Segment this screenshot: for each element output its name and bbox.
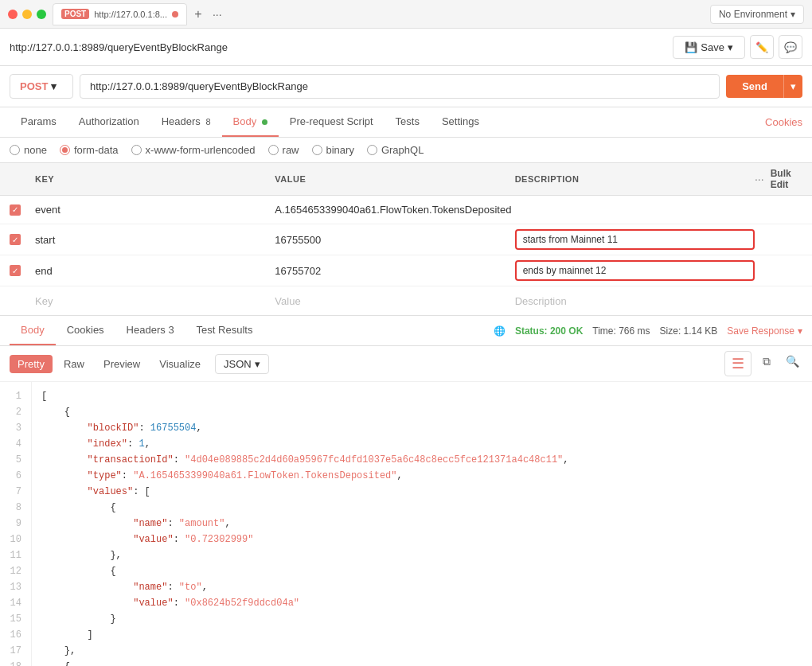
radio-form-data[interactable]: form-data xyxy=(60,144,119,156)
kv-more-icon[interactable]: ··· xyxy=(755,173,764,185)
request-tab[interactable]: POST http://127.0.0.1:8... xyxy=(53,3,187,25)
code-line-9: "name": "amount", xyxy=(41,516,802,532)
minimize-button[interactable] xyxy=(22,10,32,19)
environment-label: No Environment xyxy=(719,9,787,20)
wrap-button[interactable]: ☰ xyxy=(724,351,751,376)
kv-actions-header: ··· Bulk Edit xyxy=(755,168,802,190)
send-main-button[interactable]: Send xyxy=(726,75,783,98)
desc-text-start: starts from Mainnet 11 xyxy=(523,234,747,245)
checkbox-3[interactable] xyxy=(10,265,21,276)
table-row: start 16755500 starts from Mainnet 11 xyxy=(0,224,812,255)
url-display-bar: http://127.0.0.1:8989/queryEventByBlockR… xyxy=(0,29,812,66)
code-line-1: [ xyxy=(41,388,802,404)
checkbox-1[interactable] xyxy=(10,204,21,216)
tabs-more-button[interactable]: ··· xyxy=(213,8,222,21)
table-row: Key Value Description xyxy=(0,286,812,315)
resp-tab-test-results[interactable]: Test Results xyxy=(185,316,264,345)
copy-button[interactable]: ⧉ xyxy=(756,351,777,372)
radio-graphql-dot xyxy=(367,145,377,155)
json-format-selector[interactable]: JSON ▾ xyxy=(215,354,269,374)
kv-table-header: KEY VALUE DESCRIPTION ··· Bulk Edit xyxy=(0,163,812,196)
code-line-4: "index": 1, xyxy=(41,436,802,452)
desc-box-end: ends by mainnet 12 xyxy=(515,260,755,281)
radio-form-data-dot xyxy=(60,145,70,155)
send-dropdown-button[interactable]: ▾ xyxy=(783,75,802,98)
kv-val-event[interactable]: A.1654653399040a61.FlowToken.TokensDepos… xyxy=(275,204,514,216)
save-response-button[interactable]: Save Response ▾ xyxy=(727,325,802,337)
resp-headers-badge: 3 xyxy=(168,324,174,336)
tab-params[interactable]: Params xyxy=(10,107,68,137)
kv-key-start[interactable]: start xyxy=(35,234,275,246)
code-line-14: "value": "0x8624b52f9ddcd04a" xyxy=(41,595,802,611)
kv-val-end[interactable]: 16755702 xyxy=(275,265,514,277)
kv-desc-end[interactable]: ends by mainnet 12 xyxy=(515,260,755,281)
code-line-17: }, xyxy=(41,643,802,659)
response-time: Time: 766 ms xyxy=(592,325,650,337)
code-line-13: "name": "to", xyxy=(41,579,802,595)
code-line-2: { xyxy=(41,404,802,420)
save-button[interactable]: 💾 Save ▾ xyxy=(673,36,745,59)
bulk-edit-button[interactable]: Bulk Edit xyxy=(771,168,802,190)
new-tab-button[interactable]: + xyxy=(190,6,206,22)
fmt-tab-pretty[interactable]: Pretty xyxy=(10,355,53,373)
radio-url-encoded-dot xyxy=(131,145,142,155)
tab-body[interactable]: Body xyxy=(222,107,279,137)
method-text: POST xyxy=(20,80,48,92)
environment-selector[interactable]: No Environment ▾ xyxy=(710,5,804,24)
code-view[interactable]: 1 2 3 4 5 6 7 8 9 10 11 12 13 14 15 16 1… xyxy=(0,382,812,666)
code-line-18: { xyxy=(41,659,802,666)
kv-checkbox-1[interactable] xyxy=(10,204,35,216)
title-bar: POST http://127.0.0.1:8... + ··· No Envi… xyxy=(0,0,812,29)
method-selector[interactable]: POST ▾ xyxy=(10,74,73,99)
fmt-tab-preview[interactable]: Preview xyxy=(96,355,148,373)
code-line-12: { xyxy=(41,563,802,579)
url-display-text: http://127.0.0.1:8989/queryEventByBlockR… xyxy=(10,41,666,53)
code-line-6: "type": "A.1654653399040a61.FlowToken.To… xyxy=(41,468,802,484)
close-button[interactable] xyxy=(8,10,18,19)
radio-none[interactable]: none xyxy=(10,144,47,156)
kv-key-end[interactable]: end xyxy=(35,265,275,277)
radio-graphql[interactable]: GraphQL xyxy=(367,144,424,156)
kv-desc-start[interactable]: starts from Mainnet 11 xyxy=(515,229,755,250)
kv-desc-header: DESCRIPTION xyxy=(515,174,755,184)
response-meta: 🌐 Status: 200 OK Time: 766 ms Size: 1.14… xyxy=(494,325,802,337)
format-actions: ☰ ⧉ 🔍 xyxy=(724,351,802,376)
maximize-button[interactable] xyxy=(37,10,46,19)
kv-val-start[interactable]: 16755500 xyxy=(275,234,514,246)
code-line-15: } xyxy=(41,611,802,627)
request-tabs: Params Authorization Headers 8 Body Pre-… xyxy=(0,107,812,138)
kv-desc-placeholder[interactable]: Description xyxy=(515,295,755,307)
send-button-group: Send ▾ xyxy=(726,75,802,98)
kv-key-event[interactable]: event xyxy=(35,204,275,216)
table-row: event A.1654653399040a61.FlowToken.Token… xyxy=(0,196,812,224)
tab-url-text: http://127.0.0.1:8... xyxy=(94,10,167,19)
tab-settings[interactable]: Settings xyxy=(431,107,490,137)
cookies-link[interactable]: Cookies xyxy=(765,116,802,128)
edit-button[interactable]: ✏️ xyxy=(750,35,774,59)
tab-headers[interactable]: Headers 8 xyxy=(150,107,222,137)
radio-binary[interactable]: binary xyxy=(312,144,354,156)
kv-key-placeholder[interactable]: Key xyxy=(35,295,275,307)
radio-none-dot xyxy=(10,145,20,155)
checkbox-2[interactable] xyxy=(10,234,21,245)
code-line-5: "transactionId": "4d04e089885c2d4d60a959… xyxy=(41,452,802,468)
radio-url-encoded[interactable]: x-www-form-urlencoded xyxy=(131,144,256,156)
tab-authorization[interactable]: Authorization xyxy=(68,107,150,137)
kv-checkbox-2[interactable] xyxy=(10,234,35,245)
resp-tab-body[interactable]: Body xyxy=(10,316,56,345)
globe-icon: 🌐 xyxy=(494,325,506,337)
resp-tab-cookies[interactable]: Cookies xyxy=(56,316,115,345)
fmt-tab-raw[interactable]: Raw xyxy=(56,355,92,373)
chevron-down-icon: ▾ xyxy=(791,9,795,20)
kv-checkbox-3[interactable] xyxy=(10,265,35,276)
radio-raw[interactable]: raw xyxy=(268,144,299,156)
tab-pre-request-script[interactable]: Pre-request Script xyxy=(279,107,385,137)
resp-tab-headers[interactable]: Headers 3 xyxy=(115,316,185,345)
kv-val-placeholder[interactable]: Value xyxy=(275,295,514,307)
search-button[interactable]: 🔍 xyxy=(782,351,802,372)
url-input[interactable] xyxy=(80,74,720,99)
fmt-tab-visualize[interactable]: Visualize xyxy=(151,355,209,373)
comment-button[interactable]: 💬 xyxy=(779,35,802,59)
radio-raw-dot xyxy=(268,145,279,155)
tab-tests[interactable]: Tests xyxy=(385,107,431,137)
